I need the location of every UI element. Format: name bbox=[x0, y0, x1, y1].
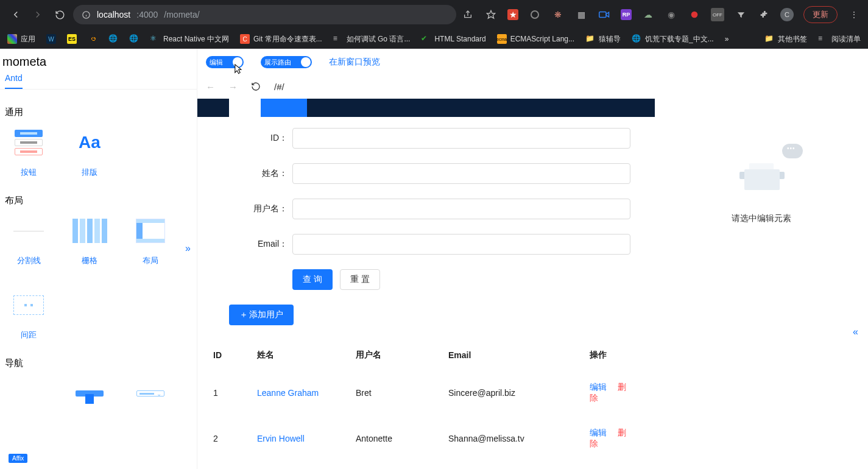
tab-antd[interactable]: Antd bbox=[5, 73, 23, 89]
bookmark-apps[interactable]: 应用 bbox=[7, 34, 35, 44]
browser-right-icons: ★ ❋ ▦ RP ☁ ◉ OFF C 更新 ⋮ bbox=[461, 6, 861, 23]
palette-typography[interactable]: Aa 排版 bbox=[66, 124, 113, 178]
row-edit-link[interactable]: 编辑 bbox=[590, 428, 607, 437]
mini-reload-icon[interactable] bbox=[251, 82, 261, 91]
user-table: ID 姓名 用户名 Email 操作 1Leanne GrahamBretSin… bbox=[206, 340, 645, 469]
update-button[interactable]: 更新 bbox=[803, 6, 838, 23]
forward-button[interactable] bbox=[29, 6, 46, 23]
bookmark-readlist[interactable]: ≡阅读清单 bbox=[818, 34, 861, 44]
ext-pink-icon[interactable]: ❋ bbox=[551, 8, 565, 21]
input-name[interactable] bbox=[292, 163, 630, 184]
palette-nav3[interactable]: ⌄ bbox=[127, 375, 174, 412]
input-id[interactable] bbox=[292, 128, 630, 149]
table-row: 2Ervin HowellAntonetteShanna@melissa.tv编… bbox=[207, 416, 644, 460]
brand-title: mometa bbox=[0, 55, 197, 72]
ext-circle-icon[interactable] bbox=[528, 8, 542, 21]
bookmark-ecma[interactable]: ecmaECMAScript Lang... bbox=[497, 34, 574, 44]
bookmark-git[interactable]: CGit 常用命令速查表... bbox=[240, 34, 322, 44]
switch-route[interactable]: 展示路由 bbox=[261, 56, 312, 68]
palette-nav1[interactable] bbox=[5, 375, 52, 412]
row-edit-link[interactable]: 编辑 bbox=[590, 382, 607, 392]
palette-grid[interactable]: 栅格 bbox=[66, 213, 113, 266]
url-box[interactable]: localhost:4000/mometa/ bbox=[73, 5, 456, 24]
bookmark-w[interactable]: W bbox=[46, 34, 56, 44]
bookmark-other[interactable]: 📁其他书签 bbox=[764, 34, 807, 44]
tag-affix[interactable]: Affix bbox=[9, 454, 27, 463]
ext-video-icon[interactable] bbox=[598, 8, 611, 21]
ext-grey-icon[interactable]: ◉ bbox=[665, 8, 678, 21]
section-layout: 布局 bbox=[0, 178, 197, 213]
bookmark-more[interactable]: » bbox=[725, 35, 729, 43]
bookmark-gotest[interactable]: ≡如何调试 Go 语言... bbox=[333, 34, 411, 44]
bookmark-es[interactable]: ES bbox=[67, 34, 77, 44]
cell-username: Samantha bbox=[350, 462, 441, 469]
url-path: /mometa/ bbox=[164, 10, 199, 19]
star-icon[interactable] bbox=[484, 8, 498, 21]
empty-illustration bbox=[737, 147, 786, 196]
component-sidebar: mometa Antd 通用 按钮 Aa 排版 布局 bbox=[0, 49, 197, 469]
mini-back-icon[interactable]: ← bbox=[206, 82, 215, 92]
label-email: Email bbox=[222, 239, 292, 250]
table-row: 3Clementine BauchSamanthaNathan@yesenia.… bbox=[207, 462, 644, 469]
profile-avatar[interactable]: C bbox=[780, 8, 794, 21]
reload-button[interactable] bbox=[51, 6, 68, 23]
open-new-window-link[interactable]: 在新窗口预览 bbox=[329, 57, 380, 68]
ext-red-dot-icon[interactable] bbox=[688, 8, 701, 21]
add-user-button[interactable]: ＋添加用户 bbox=[229, 305, 294, 325]
url-host: localhost bbox=[97, 10, 130, 19]
svg-marker-3 bbox=[487, 10, 495, 18]
menu-icon[interactable]: ⋮ bbox=[847, 8, 861, 21]
th-id: ID bbox=[207, 341, 250, 369]
bookmark-hunger[interactable]: 🌐饥荒下载专题_中文... bbox=[632, 34, 714, 44]
switch-edit[interactable]: 编辑 bbox=[206, 56, 244, 68]
ext-red-star-icon[interactable]: ★ bbox=[507, 9, 518, 20]
toolbar: 编辑 展示路由 在新窗口预览 bbox=[197, 49, 868, 76]
preview-header bbox=[197, 99, 655, 117]
label-username: 用户名 bbox=[222, 203, 292, 214]
share-icon[interactable] bbox=[461, 8, 475, 21]
mini-path: /#/ bbox=[274, 82, 284, 92]
input-email[interactable] bbox=[292, 234, 630, 255]
th-username: 用户名 bbox=[350, 341, 441, 369]
ext-cloud-icon[interactable]: ☁ bbox=[641, 8, 655, 21]
reset-button[interactable]: 重 置 bbox=[340, 269, 380, 290]
cell-name-link[interactable]: Ervin Howell bbox=[257, 434, 305, 443]
bookmark-globe2[interactable]: 🌐 bbox=[129, 34, 139, 44]
extensions-icon[interactable] bbox=[757, 8, 771, 21]
cell-id: 1 bbox=[207, 370, 250, 415]
ext-qr-icon[interactable]: ▦ bbox=[574, 8, 588, 21]
preview-active-tab[interactable] bbox=[261, 99, 307, 117]
table-row: 1Leanne GrahamBretSincere@april.biz编辑删除 bbox=[207, 370, 644, 415]
browser-chrome: localhost:4000/mometa/ ★ ❋ ▦ RP ☁ ◉ OFF bbox=[0, 0, 868, 49]
bookmark-yuan[interactable]: 📁猿辅导 bbox=[585, 34, 621, 44]
info-icon bbox=[82, 10, 91, 19]
bookmark-reactnative[interactable]: ⚛React Native 中文网 bbox=[150, 34, 229, 44]
section-general: 通用 bbox=[0, 90, 197, 124]
palette-layout[interactable]: 布局 bbox=[127, 213, 174, 266]
cell-id: 3 bbox=[207, 462, 250, 469]
workarea: 编辑 展示路由 在新窗口预览 ← → /#/ bbox=[197, 49, 868, 469]
ext-rp-icon[interactable]: RP bbox=[621, 9, 632, 20]
palette-more-icon[interactable]: » bbox=[185, 243, 191, 254]
palette-space[interactable]: 间距 bbox=[5, 287, 52, 340]
back-button[interactable] bbox=[7, 6, 24, 23]
mini-forward-icon[interactable]: → bbox=[228, 82, 238, 92]
bookmark-globe1[interactable]: 🌐 bbox=[108, 34, 118, 44]
ext-off-icon[interactable]: OFF bbox=[711, 8, 724, 21]
bookmark-fire[interactable]: ဖ bbox=[88, 34, 97, 44]
collapse-right-icon[interactable]: « bbox=[853, 326, 858, 337]
cell-username: Antonette bbox=[350, 416, 441, 460]
section-nav: 导航 bbox=[0, 340, 197, 375]
search-button[interactable]: 查 询 bbox=[292, 269, 333, 290]
bookmark-html[interactable]: ✔HTML Standard bbox=[421, 34, 485, 44]
palette-divider[interactable]: 分割线 bbox=[5, 213, 52, 266]
th-email: Email bbox=[442, 341, 582, 369]
url-bar-row: localhost:4000/mometa/ ★ ❋ ▦ RP ☁ ◉ OFF bbox=[0, 0, 868, 29]
cell-name-link[interactable]: Leanne Graham bbox=[257, 388, 319, 398]
svg-point-5 bbox=[691, 12, 698, 18]
ext-filter-icon[interactable] bbox=[734, 8, 747, 21]
input-username[interactable] bbox=[292, 199, 630, 219]
search-form: ID 姓名 用户名 Email x 查 询 重 置 bbox=[197, 117, 655, 290]
palette-button[interactable]: 按钮 bbox=[5, 124, 52, 178]
palette-nav2[interactable] bbox=[66, 375, 113, 412]
